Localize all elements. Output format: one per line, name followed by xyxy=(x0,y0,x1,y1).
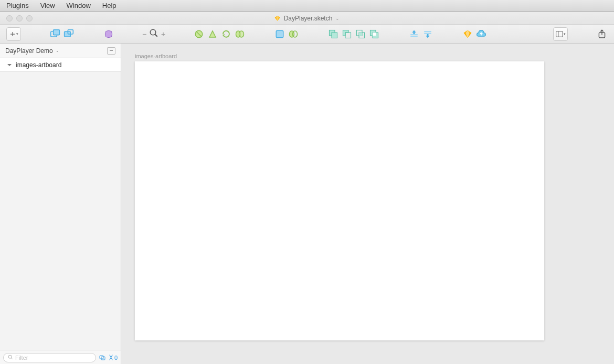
svg-rect-13 xyxy=(345,33,351,38)
close-window-button[interactable] xyxy=(6,15,13,22)
edit-shape-button[interactable] xyxy=(193,27,205,41)
ungroup-button[interactable] xyxy=(63,27,75,41)
menu-view[interactable]: View xyxy=(40,2,55,9)
document-title-text: DayPlayer.sketch xyxy=(284,15,333,22)
filter-box[interactable] xyxy=(3,353,96,362)
collapse-pages-icon[interactable] xyxy=(107,47,115,55)
svg-rect-16 xyxy=(359,33,362,36)
traffic-lights xyxy=(0,15,33,22)
scale-button[interactable] xyxy=(288,27,299,41)
create-symbol-button[interactable] xyxy=(103,27,114,41)
svg-rect-22 xyxy=(424,31,431,32)
system-menubar: Plugins View Window Help xyxy=(0,0,614,12)
subtract-button[interactable] xyxy=(341,27,353,41)
rotate-button[interactable] xyxy=(220,27,232,41)
sketch-file-icon xyxy=(274,15,281,22)
zoom-out-button[interactable]: − xyxy=(142,30,147,38)
layer-list: images-artboard xyxy=(0,58,121,350)
export-button[interactable] xyxy=(596,27,608,41)
artboard-label[interactable]: images-artboard xyxy=(135,53,177,59)
titlebar: DayPlayer.sketch ⌄ xyxy=(0,12,614,25)
svg-rect-1 xyxy=(54,29,60,35)
filter-symbols-button[interactable] xyxy=(99,355,105,360)
toolbar: ▾ − + xyxy=(0,25,614,44)
chevron-down-icon: ▾ xyxy=(564,32,566,36)
svg-point-26 xyxy=(8,355,12,358)
minimize-window-button[interactable] xyxy=(16,15,23,22)
svg-rect-21 xyxy=(410,36,418,37)
sidebar-footer: 0 xyxy=(0,350,121,364)
union-button[interactable] xyxy=(327,27,339,41)
artboard[interactable] xyxy=(135,61,544,340)
menu-help[interactable]: Help xyxy=(102,2,117,9)
backward-button[interactable] xyxy=(422,27,433,41)
zoom-icon[interactable] xyxy=(149,28,158,39)
layer-row[interactable]: images-artboard xyxy=(0,58,121,72)
difference-button[interactable] xyxy=(368,27,380,41)
group-button[interactable] xyxy=(49,27,61,41)
app-window: DayPlayer.sketch ⌄ ▾ − + xyxy=(0,12,614,364)
disclosure-triangle-icon[interactable] xyxy=(7,64,12,66)
cloud-button[interactable] xyxy=(475,27,487,41)
svg-rect-20 xyxy=(410,34,418,35)
chevron-down-icon: ⌄ xyxy=(335,16,340,21)
page-name: DayPlayer Demo xyxy=(5,47,53,55)
intersect-button[interactable] xyxy=(355,27,366,41)
svg-rect-19 xyxy=(373,33,376,36)
document-title[interactable]: DayPlayer.sketch ⌄ xyxy=(274,15,340,22)
svg-rect-8 xyxy=(276,30,283,38)
insert-button[interactable]: ▾ xyxy=(6,27,21,41)
canvas[interactable]: images-artboard xyxy=(121,44,614,364)
layer-name: images-artboard xyxy=(16,61,61,69)
search-icon xyxy=(8,355,13,361)
forward-button[interactable] xyxy=(408,27,420,41)
zoom-window-button[interactable] xyxy=(26,15,33,22)
filter-input[interactable] xyxy=(15,355,91,361)
menu-window[interactable]: Window xyxy=(67,2,91,9)
filter-count: 0 xyxy=(114,355,118,361)
content-area: DayPlayer Demo ⌄ images-artboard xyxy=(0,44,614,364)
mask-button[interactable] xyxy=(274,27,285,41)
filter-slices-button[interactable]: 0 xyxy=(109,355,118,361)
flatten-button[interactable] xyxy=(234,27,246,41)
svg-rect-24 xyxy=(556,31,563,37)
layers-panel: DayPlayer Demo ⌄ images-artboard xyxy=(0,44,121,364)
zoom-in-button[interactable]: + xyxy=(161,30,166,38)
mirror-button[interactable] xyxy=(462,27,473,41)
page-selector[interactable]: DayPlayer Demo ⌄ xyxy=(0,44,121,58)
transform-button[interactable] xyxy=(207,27,218,41)
zoom-control: − + xyxy=(142,28,166,39)
svg-rect-23 xyxy=(424,33,431,34)
svg-point-4 xyxy=(150,29,156,35)
menu-plugins[interactable]: Plugins xyxy=(6,2,29,9)
svg-rect-12 xyxy=(332,33,337,38)
chevron-down-icon: ▾ xyxy=(16,32,18,36)
svg-point-7 xyxy=(239,31,244,37)
view-button[interactable]: ▾ xyxy=(553,27,568,41)
chevron-down-icon: ⌄ xyxy=(56,48,59,53)
